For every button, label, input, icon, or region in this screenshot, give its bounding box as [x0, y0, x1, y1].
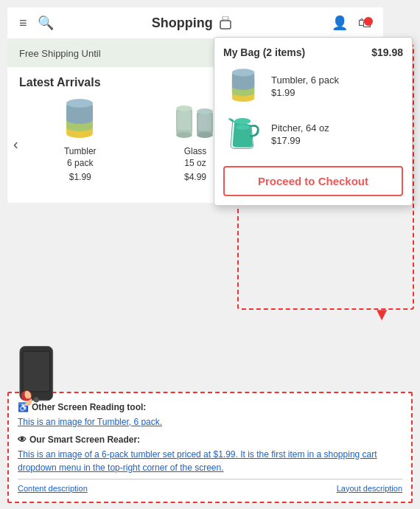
cart-tumbler-image — [223, 66, 264, 106]
menu-icon[interactable]: ≡ — [19, 15, 27, 31]
svg-rect-14 — [178, 111, 191, 130]
svg-point-12 — [176, 105, 192, 111]
user-icon[interactable]: 👤 — [332, 15, 348, 31]
cart-icon-wrap[interactable]: 🛍 — [358, 15, 371, 31]
svg-point-36 — [34, 397, 39, 402]
svg-point-17 — [197, 132, 213, 138]
banner-text: Free Shipping Until — [19, 48, 101, 59]
svg-point-32 — [236, 125, 250, 130]
search-icon[interactable]: 🔍 — [38, 15, 54, 31]
cart-item-pitcher-price: $17.99 — [271, 135, 329, 146]
product-tumbler[interactable]: Tumbler6 pack $1.99 — [51, 95, 110, 194]
cart-item-tumbler-info: Tumbler, 6 pack $1.99 — [271, 75, 339, 98]
cart-item-tumbler: Tumbler, 6 pack $1.99 — [223, 66, 403, 106]
smart-reader-label: Our Smart Screen Reader: — [29, 433, 140, 446]
smart-reader-title: 👁 Our Smart Screen Reader: — [18, 433, 402, 446]
annotation-footer: Content description Layout description — [18, 479, 402, 495]
cart-item-tumbler-price: $1.99 — [271, 87, 339, 98]
tumbler-name: Tumbler6 pack — [64, 146, 97, 169]
svg-rect-1 — [223, 16, 228, 20]
cart-item-tumbler-name: Tumbler, 6 pack — [271, 75, 339, 86]
cart-item-pitcher-name: Pitcher, 64 oz — [271, 122, 329, 134]
cart-badge — [364, 17, 373, 26]
glass-price: $4.99 — [184, 172, 206, 182]
other-tool-text: This is an image for Tumbler, 6 pack. — [18, 415, 402, 429]
other-tool-link[interactable]: This is an image for Tumbler, 6 pack. — [18, 417, 162, 427]
annotation-box: ♿ Other Screen Reading tool: This is an … — [7, 392, 413, 504]
glass-name: Glass15 oz — [184, 146, 207, 169]
svg-point-10 — [66, 99, 93, 108]
header: ≡ 🔍 Shopping 👤 🛍 — [7, 7, 383, 39]
cart-pitcher-image — [223, 114, 264, 154]
other-tool-title: ♿ Other Screen Reading tool: — [18, 401, 402, 414]
svg-point-30 — [232, 69, 254, 76]
tumbler-image — [56, 95, 104, 143]
cart-header: My Bag (2 items) $19.98 — [223, 46, 403, 58]
layout-description-link[interactable]: Layout description — [337, 482, 402, 495]
svg-point-13 — [176, 132, 192, 138]
title-text: Shopping — [152, 15, 213, 31]
cart-total: $19.98 — [371, 46, 403, 58]
content-description-link[interactable]: Content description — [18, 482, 88, 495]
shopping-bag-deco-icon — [217, 16, 234, 30]
down-arrow-icon: ▼ — [373, 304, 391, 325]
smart-reader-text: This is an image of a 6-pack tumbler set… — [18, 448, 402, 474]
svg-rect-35 — [23, 352, 49, 392]
cart-dropdown: My Bag (2 items) $19.98 Tumbler, 6 pack … — [214, 37, 413, 206]
header-title: Shopping — [152, 15, 234, 31]
svg-rect-18 — [198, 114, 211, 131]
svg-point-16 — [197, 108, 213, 114]
cart-item-pitcher: Pitcher, 64 oz $17.99 — [223, 114, 403, 154]
smart-reader-link[interactable]: This is an image of a 6-pack tumbler set… — [18, 449, 377, 473]
tumbler-price: $1.99 — [69, 172, 91, 182]
cart-title: My Bag (2 items) — [223, 46, 305, 58]
glass-image — [172, 95, 220, 143]
svg-rect-0 — [220, 21, 231, 29]
header-right: 👤 🛍 — [332, 15, 371, 31]
checkout-button[interactable]: Proceed to Checkout — [223, 166, 403, 196]
svg-point-31 — [234, 118, 251, 124]
header-left: ≡ 🔍 — [19, 15, 54, 31]
prev-arrow[interactable]: ‹ — [10, 136, 21, 153]
smart-reader-icon: 👁 — [18, 433, 27, 446]
cart-item-pitcher-info: Pitcher, 64 oz $17.99 — [271, 122, 329, 146]
phone-icon — [10, 343, 66, 406]
